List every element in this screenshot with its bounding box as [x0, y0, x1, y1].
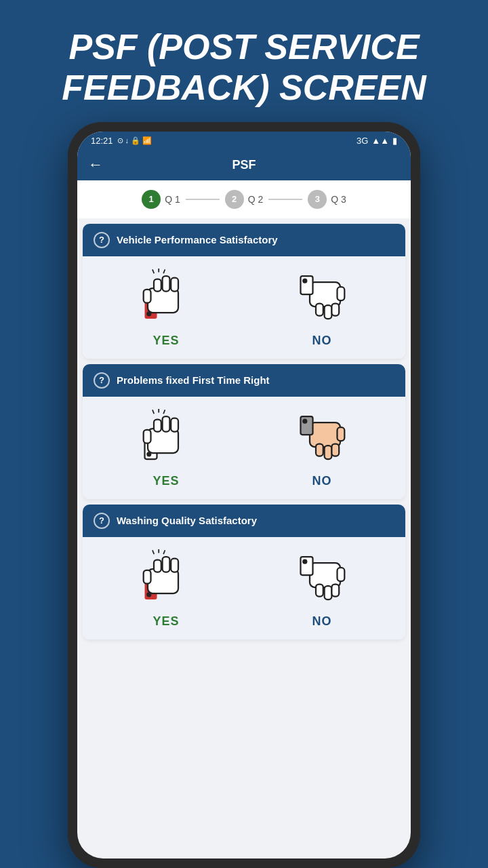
thumb-down-icon-2	[288, 408, 356, 469]
step-line-2	[268, 199, 302, 200]
time-display: 12:21	[91, 136, 113, 146]
svg-rect-5	[144, 290, 151, 303]
no-label-3: NO	[312, 614, 332, 629]
svg-rect-19	[154, 420, 161, 432]
svg-rect-12	[325, 305, 332, 319]
svg-rect-15	[301, 276, 313, 294]
phone-frame: 12:21 ⊙ ↓ 🔒 📶 3G ▲▲ ▮ ← PSF 1 Q 1 2 Q 2	[68, 122, 420, 868]
svg-rect-22	[144, 430, 151, 443]
step-line-1	[186, 199, 220, 200]
svg-point-50	[302, 559, 307, 564]
svg-rect-3	[163, 276, 170, 292]
yes-button-1[interactable]: YES	[88, 267, 244, 348]
network-indicator: 3G	[357, 136, 368, 146]
svg-rect-32	[301, 416, 313, 435]
svg-point-43	[146, 592, 151, 597]
step-circle-1: 1	[142, 190, 161, 209]
svg-rect-13	[331, 304, 339, 316]
svg-rect-21	[171, 418, 178, 432]
svg-rect-4	[171, 278, 178, 292]
step-circle-2: 2	[225, 190, 244, 209]
svg-rect-31	[338, 427, 345, 441]
yes-button-3[interactable]: YES	[88, 548, 244, 629]
question-header-3: ? Washing Quality Satisfactory	[83, 505, 405, 537]
svg-rect-38	[171, 559, 178, 572]
step-1[interactable]: 1 Q 1	[142, 190, 180, 209]
question-header-2: ? Problems fixed First Time Right	[83, 364, 405, 397]
svg-rect-29	[325, 446, 332, 459]
svg-rect-39	[144, 570, 151, 584]
question-block-1: ? Vehicle Performance Satisfactory	[83, 224, 405, 359]
app-bar: ← PSF	[77, 150, 411, 180]
step-3[interactable]: 3 Q 3	[308, 190, 346, 209]
question-icon-2: ?	[94, 372, 110, 389]
step-indicator: 1 Q 1 2 Q 2 3 Q 3	[77, 180, 411, 218]
question-icon-1: ?	[94, 232, 110, 248]
thumb-down-icon-1	[288, 267, 356, 328]
no-button-3[interactable]: NO	[244, 548, 400, 629]
answer-row-2: YES	[83, 397, 405, 499]
step-label-3: Q 3	[331, 194, 346, 205]
yes-button-2[interactable]: YES	[88, 408, 244, 488]
svg-line-40	[152, 551, 154, 554]
question-block-3: ? Washing Quality Satisfactory	[83, 505, 405, 639]
svg-rect-48	[338, 568, 345, 581]
svg-rect-30	[331, 444, 339, 456]
question-text-2: Problems fixed First Time Right	[117, 374, 270, 386]
yes-label-2: YES	[152, 474, 179, 488]
svg-line-6	[152, 270, 154, 273]
status-icons: ⊙ ↓ 🔒 📶	[117, 136, 152, 145]
thumb-down-icon-3	[288, 548, 356, 609]
no-button-1[interactable]: NO	[244, 267, 400, 348]
step-label-2: Q 2	[248, 194, 264, 205]
step-label-1: Q 1	[165, 194, 180, 205]
content-area: ? Vehicle Performance Satisfactory	[77, 218, 411, 859]
status-right: 3G ▲▲ ▮	[357, 136, 397, 146]
yes-label-3: YES	[152, 614, 179, 629]
no-label-2: NO	[312, 474, 332, 488]
svg-rect-45	[316, 585, 323, 597]
battery-icon: ▮	[392, 136, 397, 146]
svg-rect-11	[316, 304, 323, 316]
back-button[interactable]: ←	[88, 156, 103, 174]
step-2[interactable]: 2 Q 2	[225, 190, 264, 209]
question-text-3: Washing Quality Satisfactory	[117, 515, 257, 526]
phone-screen: 12:21 ⊙ ↓ 🔒 📶 3G ▲▲ ▮ ← PSF 1 Q 1 2 Q 2	[77, 132, 411, 859]
yes-label-1: YES	[152, 334, 179, 348]
svg-line-42	[163, 551, 165, 554]
app-bar-title: PSF	[232, 158, 256, 172]
question-icon-3: ?	[94, 513, 110, 529]
status-bar: 12:21 ⊙ ↓ 🔒 📶 3G ▲▲ ▮	[77, 132, 411, 150]
svg-rect-20	[163, 416, 170, 432]
svg-rect-2	[154, 279, 161, 292]
svg-rect-28	[316, 444, 323, 456]
svg-rect-37	[163, 557, 170, 572]
svg-point-9	[146, 311, 151, 316]
question-block-2: ? Problems fixed First Time Right	[83, 364, 405, 499]
question-text-1: Vehicle Performance Satisfactory	[117, 234, 278, 245]
svg-rect-46	[325, 586, 332, 599]
svg-rect-49	[301, 557, 313, 575]
page-title: PSF (Post Service Feedback) Screen	[0, 0, 488, 122]
thumb-up-icon-1	[132, 267, 200, 328]
svg-point-33	[302, 419, 307, 424]
no-label-1: NO	[312, 334, 332, 348]
svg-point-16	[302, 279, 307, 283]
answer-row-3: YES	[83, 537, 405, 639]
svg-line-23	[152, 410, 154, 414]
svg-line-8	[163, 270, 165, 273]
svg-rect-47	[331, 585, 339, 597]
status-left: 12:21 ⊙ ↓ 🔒 📶	[91, 136, 152, 146]
question-header-1: ? Vehicle Performance Satisfactory	[83, 224, 405, 256]
no-button-2[interactable]: NO	[244, 408, 400, 488]
signal-icon: ▲▲	[371, 136, 389, 146]
step-circle-3: 3	[308, 190, 327, 209]
svg-rect-36	[154, 560, 161, 572]
svg-rect-14	[338, 287, 345, 300]
thumb-up-icon-2	[132, 408, 200, 469]
svg-line-25	[163, 410, 165, 414]
answer-row-1: YES	[83, 256, 405, 359]
thumb-up-icon-3	[132, 548, 200, 609]
svg-point-26	[146, 452, 151, 456]
